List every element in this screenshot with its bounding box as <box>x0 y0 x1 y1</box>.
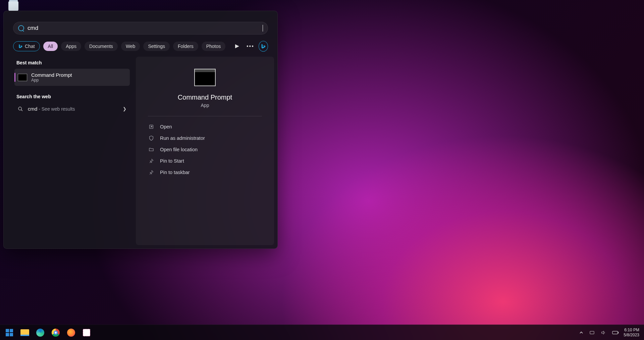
filter-apps[interactable]: Apps <box>61 42 81 51</box>
best-match-heading: Best match <box>14 57 130 69</box>
firefox-icon <box>67 329 75 337</box>
desktop-wallpaper[interactable]: cmd Chat All Apps Documents Web Settings <box>0 0 644 340</box>
taskbar-edge[interactable] <box>34 326 47 339</box>
taskbar-clock[interactable]: 6:10 PM 5/8/2023 <box>624 328 641 338</box>
shield-icon <box>149 135 155 141</box>
pin-icon <box>149 170 155 175</box>
taskbar-chrome[interactable] <box>49 326 62 339</box>
start-button[interactable] <box>3 326 16 339</box>
ellipsis-icon: ••• <box>247 43 254 49</box>
bing-icon <box>261 44 266 49</box>
detail-action-list: Open Run as administrator Open file loca… <box>148 121 262 178</box>
taskbar: 6:10 PM 5/8/2023 <box>0 325 644 340</box>
chevron-right-icon: ❯ <box>123 106 126 111</box>
action-run-admin-label: Run as administrator <box>160 135 205 141</box>
filter-photos[interactable]: Photos <box>202 42 226 51</box>
filter-documents[interactable]: Documents <box>85 42 118 51</box>
speaker-icon <box>601 330 606 335</box>
action-pin-taskbar-label: Pin to taskbar <box>160 170 190 175</box>
taskbar-snipping-tool[interactable] <box>80 326 93 339</box>
search-input[interactable]: cmd <box>28 25 263 32</box>
web-result-cmd[interactable]: cmd - See web results ❯ <box>14 103 130 115</box>
filter-folders-label: Folders <box>178 44 194 49</box>
chrome-icon <box>52 329 60 337</box>
result-subtitle: App <box>31 78 72 82</box>
tray-overflow-button[interactable] <box>578 329 585 336</box>
svg-rect-5 <box>618 332 619 333</box>
pin-icon <box>149 158 155 164</box>
filter-folders[interactable]: Folders <box>173 42 198 51</box>
detail-app-subtitle: App <box>201 103 209 108</box>
folder-icon <box>20 329 29 336</box>
action-open[interactable]: Open <box>148 121 262 132</box>
filter-chat[interactable]: Chat <box>13 41 40 51</box>
divider <box>148 116 262 116</box>
battery-icon <box>612 331 619 335</box>
filter-documents-label: Documents <box>89 44 113 49</box>
svg-rect-3 <box>590 331 594 334</box>
more-options-button[interactable]: ••• <box>246 41 255 52</box>
taskbar-firefox[interactable] <box>64 326 78 339</box>
filter-photos-label: Photos <box>206 44 221 49</box>
bing-chat-button[interactable] <box>259 41 268 52</box>
action-pin-to-taskbar[interactable]: Pin to taskbar <box>148 167 262 178</box>
tray-volume-button[interactable] <box>599 329 607 337</box>
start-search-flyout: cmd Chat All Apps Documents Web Settings <box>3 11 278 249</box>
text-caret <box>263 25 263 32</box>
chevron-up-icon <box>579 331 583 335</box>
filter-all-label: All <box>48 44 53 49</box>
filter-apps-label: Apps <box>66 44 76 49</box>
windows-icon <box>6 329 13 336</box>
search-icon <box>18 25 24 31</box>
recycle-bin-icon <box>8 1 18 11</box>
detail-app-title: Command Prompt <box>178 94 232 101</box>
command-prompt-icon <box>18 74 27 81</box>
search-filter-row: Chat All Apps Documents Web Settings Fol… <box>4 35 277 52</box>
filter-settings-label: Settings <box>148 44 165 49</box>
command-prompt-icon <box>194 69 216 86</box>
web-result-query: cmd <box>28 106 37 112</box>
snip-icon <box>83 329 90 336</box>
action-open-location-label: Open file location <box>160 147 198 152</box>
svg-rect-4 <box>612 331 618 334</box>
tray-battery-button[interactable] <box>611 329 620 336</box>
clock-time: 6:10 PM <box>624 328 639 333</box>
folder-icon <box>149 147 155 152</box>
action-pin-to-start[interactable]: Pin to Start <box>148 155 262 167</box>
filter-web-label: Web <box>126 44 136 49</box>
search-results-pane: Best match Command Prompt App Search the… <box>7 57 132 245</box>
taskbar-file-explorer[interactable] <box>18 326 32 339</box>
tray-network-button[interactable] <box>588 329 596 337</box>
open-icon <box>149 124 155 129</box>
clock-date: 5/8/2023 <box>624 333 639 338</box>
bing-icon <box>18 44 23 49</box>
network-icon <box>589 330 595 335</box>
svg-point-0 <box>18 107 21 110</box>
action-open-label: Open <box>160 124 172 129</box>
svg-line-1 <box>21 110 22 111</box>
search-bar[interactable]: cmd <box>13 22 268 35</box>
action-open-file-location[interactable]: Open file location <box>148 144 262 155</box>
action-run-as-administrator[interactable]: Run as administrator <box>148 132 262 144</box>
edge-icon <box>36 329 44 337</box>
result-title: Command Prompt <box>31 72 72 78</box>
action-pin-start-label: Pin to Start <box>160 158 184 164</box>
filter-next-button[interactable] <box>232 41 242 52</box>
search-icon <box>18 106 23 112</box>
result-command-prompt[interactable]: Command Prompt App <box>14 69 130 86</box>
filter-settings[interactable]: Settings <box>143 42 170 51</box>
filter-chat-label: Chat <box>25 44 35 49</box>
filter-web[interactable]: Web <box>121 42 140 51</box>
search-the-web-heading: Search the web <box>14 91 130 103</box>
play-icon <box>235 44 239 48</box>
search-detail-pane: Command Prompt App Open Run as adm <box>136 57 274 245</box>
web-result-suffix: - See web results <box>37 106 75 112</box>
filter-all[interactable]: All <box>43 42 58 51</box>
